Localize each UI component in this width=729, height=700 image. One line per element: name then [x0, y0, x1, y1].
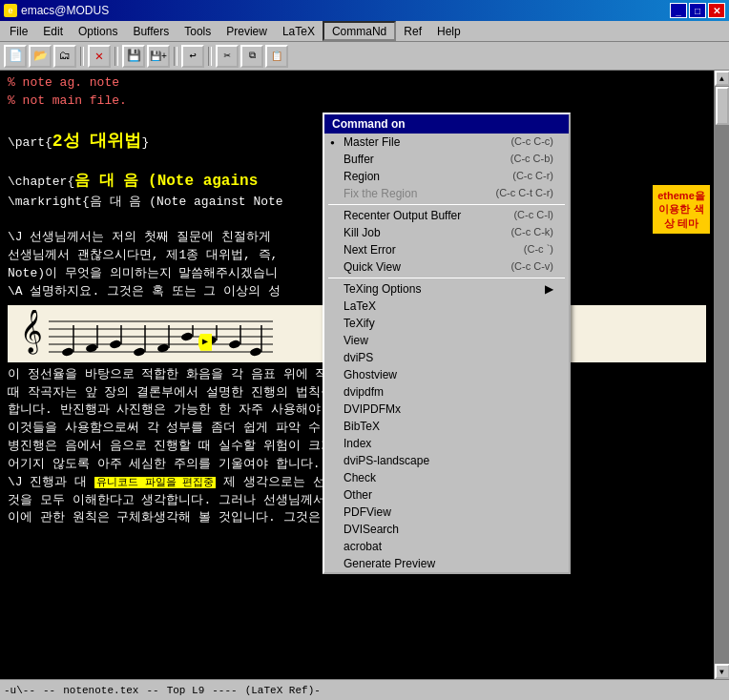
dropdown-item-texing-options[interactable]: TeXing Options ▶ [324, 280, 569, 298]
dropdown-item-texify[interactable]: TeXify [324, 315, 569, 332]
close-button[interactable]: ✕ [88, 45, 111, 68]
status-dashes: -- [43, 685, 55, 696]
open-file-button[interactable]: 📂 [29, 45, 52, 68]
menu-preview[interactable]: Preview [219, 21, 275, 41]
dropdown-item-master-file[interactable]: ● Master File (C-c C-c) [324, 134, 569, 151]
item-label: BibTeX [344, 420, 380, 433]
item-label: DVISearch [344, 523, 399, 536]
open-dir-button[interactable]: 🗂 [53, 45, 76, 68]
undo-button[interactable]: ↩ [181, 45, 204, 68]
minimize-button[interactable]: _ [670, 3, 687, 18]
titlebar-left: e emacs@MODUS [4, 4, 109, 17]
menu-latex[interactable]: LaTeX [275, 21, 323, 41]
item-label: Buffer [344, 153, 374, 166]
dropdown-item-region[interactable]: Region (C-c C-r) [324, 168, 569, 185]
item-shortcut: (C-c `) [524, 243, 553, 257]
editor-line-1: % note ag. note [8, 74, 706, 93]
item-label: Next Error [344, 243, 396, 257]
submenu-arrow-icon: ▶ [545, 282, 553, 296]
titlebar: e emacs@MODUS _ □ ✕ [0, 0, 729, 21]
window-title: emacs@MODUS [21, 4, 109, 17]
menu-ref[interactable]: Ref [396, 21, 429, 41]
status-position: Top L9 [167, 685, 205, 696]
item-label: Master File [344, 135, 400, 149]
dropdown-item-acrobat[interactable]: acrobat [324, 538, 569, 555]
item-label: Kill Job [344, 226, 381, 239]
svg-point-22 [249, 346, 262, 357]
item-shortcut: (C-c C-t C-r) [496, 187, 553, 200]
cut-button[interactable]: ✂ [216, 45, 239, 68]
bullet-icon: ● [330, 138, 335, 147]
item-label: acrobat [344, 540, 382, 553]
dropdown-item-dvips-landscape[interactable]: dviPS-landscape [324, 452, 569, 469]
status-filename: notenote.tex [63, 685, 138, 696]
dropdown-item-latex[interactable]: LaTeX [324, 298, 569, 315]
status-mode: -u\-- [4, 685, 35, 696]
menu-options[interactable]: Options [71, 21, 125, 41]
status-dashes3: ---- [212, 685, 237, 696]
dropdown-item-quick-view[interactable]: Quick View (C-c C-v) [324, 258, 569, 276]
paste-button[interactable]: 📋 [265, 45, 288, 68]
svg-point-20 [228, 339, 241, 349]
toolbar-sep3 [174, 47, 177, 66]
status-dashes2: -- [146, 685, 158, 696]
maximize-button[interactable]: □ [689, 3, 706, 18]
scroll-down-arrow[interactable]: ▼ [715, 664, 730, 679]
svg-text:𝄞: 𝄞 [20, 310, 43, 355]
scroll-thumb[interactable] [716, 87, 729, 125]
dropdown-item-other[interactable]: Other [324, 486, 569, 504]
dropdown-item-check[interactable]: Check [324, 469, 569, 486]
dropdown-item-dvisearch[interactable]: DVISearch [324, 521, 569, 538]
item-label: dvipdfm [344, 385, 384, 399]
toolbar-sep4 [208, 47, 212, 66]
close-button[interactable]: ✕ [708, 3, 725, 18]
scroll-up-arrow[interactable]: ▲ [715, 71, 730, 86]
save-as-button[interactable]: 💾+ [147, 45, 170, 68]
menu-command[interactable]: CommaNd [323, 21, 396, 41]
dropdown-item-buffer[interactable]: Buffer (C-c C-b) [324, 151, 569, 168]
part-text: 2성 대위법 [52, 132, 142, 151]
item-label: View [344, 334, 368, 347]
dropdown-item-index[interactable]: Index [324, 435, 569, 452]
copy-button[interactable]: ⧉ [240, 45, 263, 68]
svg-point-10 [109, 339, 122, 349]
item-label: LaTeX [344, 299, 376, 313]
dropdown-item-dvipdfm[interactable]: dvipdfm [324, 383, 569, 401]
item-label: Fix the Region [344, 187, 417, 200]
dropdown-header: Command on [324, 114, 569, 134]
scroll-track [715, 86, 729, 664]
dropdown-item-view[interactable]: View [324, 332, 569, 349]
menu-buffers[interactable]: Buffers [125, 21, 177, 41]
item-label: DVIPDFMx [344, 402, 401, 416]
item-label: PDFView [344, 505, 391, 519]
dropdown-item-kill-job[interactable]: Kill Job (C-c C-k) [324, 224, 569, 241]
dropdown-item-next-error[interactable]: Next Error (C-c `) [324, 241, 569, 258]
music-annotation: ▶ [198, 334, 212, 351]
scrollbar-right[interactable]: ▲ ▼ [714, 71, 729, 679]
menu-edit[interactable]: Edit [35, 21, 71, 41]
dropdown-item-dvips[interactable]: dviPS [324, 349, 569, 366]
menu-file[interactable]: File [2, 21, 35, 41]
svg-point-16 [180, 331, 194, 341]
command-dropdown[interactable]: Command on ● Master File (C-c C-c) Buffe… [323, 113, 571, 574]
item-label: dviPS [344, 351, 373, 364]
item-shortcut: (C-c C-b) [510, 153, 553, 166]
dropdown-item-dvipdfmx[interactable]: DVIPDFMx [324, 401, 569, 418]
item-shortcut: (C-c C-c) [510, 135, 553, 149]
new-file-button[interactable]: 📄 [4, 45, 27, 68]
dropdown-item-recenter[interactable]: Recenter Output Buffer (C-c C-l) [324, 207, 569, 224]
menu-help[interactable]: Help [429, 21, 469, 41]
staff-svg: 𝄞 [15, 310, 282, 358]
chapter-text: 음 대 음 (Note agains [74, 173, 258, 190]
editor-line-2: % not main file. [8, 93, 706, 111]
dropdown-item-ghostview[interactable]: Ghostview [324, 366, 569, 383]
status-mode-name: (LaTeX Ref)- [245, 685, 321, 696]
save-button[interactable]: 💾 [122, 45, 145, 68]
dropdown-item-generate-preview[interactable]: Generate Preview [324, 555, 569, 572]
item-shortcut: (C-c C-r) [512, 170, 553, 183]
item-label: Region [344, 170, 380, 183]
item-shortcut: (C-c C-k) [510, 226, 553, 239]
dropdown-item-bibtex[interactable]: BibTeX [324, 418, 569, 435]
menu-tools[interactable]: Tools [177, 21, 219, 41]
dropdown-item-pdfview[interactable]: PDFView [324, 504, 569, 521]
